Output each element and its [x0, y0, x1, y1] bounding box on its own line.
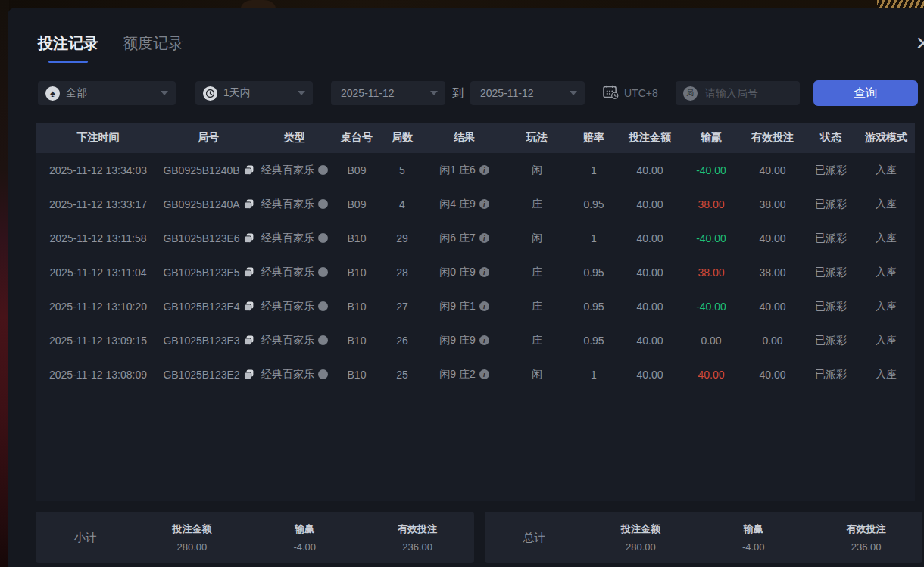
tab-bet-records[interactable]: 投注记录	[38, 33, 98, 63]
cell-odds: 0.95	[570, 289, 618, 323]
copy-icon[interactable]	[244, 267, 254, 277]
total-win: 输赢 -4.00	[697, 522, 810, 553]
cell-rounds: 25	[380, 357, 424, 391]
chevron-down-icon	[161, 91, 168, 95]
table-row: 2025-11-12 13:11:04GB1025B123E5经典百家乐B102…	[36, 255, 915, 289]
total-win-value: -4.00	[697, 541, 810, 553]
game-type-select[interactable]: ♠ 全部	[38, 81, 176, 105]
cell-table_no: B10	[333, 289, 380, 323]
cell-play: 闲	[504, 357, 570, 391]
subtotal-win: 输赢 -4.00	[248, 522, 361, 553]
cell-play: 闲	[504, 153, 570, 187]
subtotal-amount-label: 投注金额	[136, 522, 248, 536]
total-valid: 有效投注 236.00	[810, 522, 922, 553]
round-id-input[interactable]	[704, 86, 790, 100]
clock-icon	[203, 86, 217, 101]
column-header: 局数	[380, 123, 424, 153]
info-icon[interactable]: i	[479, 369, 489, 379]
cell-amount: 40.00	[618, 221, 682, 255]
tab-quota-records[interactable]: 额度记录	[123, 33, 183, 63]
round-id-field[interactable]: 局	[676, 81, 800, 105]
cell-round_id: GB1025B123E3	[161, 323, 256, 357]
timezone-label: UTC+8	[624, 87, 658, 99]
copy-icon[interactable]	[244, 199, 254, 209]
cell-amount: 40.00	[618, 357, 682, 391]
cell-round_id: GB1025B123E2	[161, 357, 256, 391]
info-icon[interactable]: i	[479, 301, 489, 311]
cell-time: 2025-11-12 13:10:20	[36, 289, 161, 323]
info-icon[interactable]: i	[479, 233, 489, 243]
cell-round_id: GB0925B1240B	[161, 153, 256, 187]
game-type-icon	[318, 335, 328, 345]
tab-bar: 投注记录 额度记录	[38, 33, 183, 63]
table-row: 2025-11-12 13:33:17GB0925B1240A经典百家乐B094…	[36, 187, 915, 221]
date-to-select[interactable]: 2025-11-12	[470, 81, 585, 105]
info-icon[interactable]: i	[479, 165, 489, 175]
game-type-icon	[318, 165, 328, 175]
cell-type: 经典百家乐	[256, 357, 333, 391]
table-row: 2025-11-12 13:10:20GB1025B123E4经典百家乐B102…	[36, 289, 915, 323]
cell-mode: 入座	[857, 187, 915, 221]
cell-mode: 入座	[857, 255, 915, 289]
subtotal-win-value: -4.00	[248, 541, 361, 553]
cell-status: 已派彩	[804, 153, 857, 187]
cell-type: 经典百家乐	[256, 221, 333, 255]
active-tab-underline	[48, 61, 88, 63]
column-header: 局号	[161, 123, 256, 153]
calendar-clock-icon	[603, 85, 619, 101]
subtotal-valid-value: 236.00	[361, 541, 474, 553]
bet-records-modal: ✕ 投注记录 额度记录 ♠ 全部 1天内 2025-11-12 到	[8, 8, 924, 567]
time-range-select[interactable]: 1天内	[195, 81, 313, 105]
copy-icon[interactable]	[244, 335, 254, 345]
column-header: 类型	[256, 123, 333, 153]
copy-icon[interactable]	[244, 233, 254, 243]
total-amount-value: 280.00	[585, 541, 698, 553]
total-valid-label: 有效投注	[810, 522, 922, 536]
copy-icon[interactable]	[244, 165, 254, 175]
round-number-icon: 局	[683, 86, 698, 101]
cell-round_id: GB1025B123E5	[161, 255, 256, 289]
cell-valid: 38.00	[741, 255, 804, 289]
cell-win: 38.00	[682, 255, 741, 289]
cell-odds: 0.95	[570, 255, 618, 289]
subtotal-valid: 有效投注 236.00	[361, 522, 474, 553]
cell-time: 2025-11-12 13:09:15	[36, 323, 161, 357]
info-icon[interactable]: i	[479, 335, 489, 345]
total-amount-label: 投注金额	[585, 522, 698, 536]
cell-table_no: B09	[333, 153, 380, 187]
date-from-select[interactable]: 2025-11-12	[331, 81, 445, 105]
bet-records-table: 下注时间局号类型桌台号局数结果玩法赔率投注金额输赢有效投注状态游戏模式 2025…	[36, 123, 915, 501]
info-icon[interactable]: i	[479, 199, 489, 209]
cell-round_id: GB1025B123E4	[161, 289, 256, 323]
game-type-icon	[318, 369, 328, 379]
tab-quota-records-label: 额度记录	[123, 35, 183, 51]
search-button[interactable]: 查询	[813, 80, 918, 106]
cell-odds: 1	[570, 221, 618, 255]
subtotal-amount-value: 280.00	[136, 541, 248, 553]
game-type-icon	[318, 301, 328, 311]
chevron-down-icon	[298, 91, 305, 95]
total-valid-value: 236.00	[810, 541, 922, 553]
date-to-value: 2025-11-12	[480, 87, 534, 99]
cell-status: 已派彩	[804, 323, 857, 357]
cell-type: 经典百家乐	[256, 323, 333, 357]
subtotal-label: 小计	[36, 531, 136, 545]
table-row: 2025-11-12 13:34:03GB0925B1240B经典百家乐B095…	[36, 153, 915, 187]
cell-valid: 38.00	[741, 187, 804, 221]
cell-table_no: B10	[333, 255, 380, 289]
total-bar: 总计 投注金额 280.00 输赢 -4.00 有效投注 236.00	[485, 512, 923, 563]
cell-rounds: 29	[380, 221, 424, 255]
cell-rounds: 27	[380, 289, 424, 323]
copy-icon[interactable]	[244, 301, 254, 311]
table-row: 2025-11-12 13:08:09GB1025B123E2经典百家乐B102…	[36, 357, 915, 391]
cell-amount: 40.00	[618, 289, 682, 323]
column-header: 状态	[804, 123, 857, 153]
close-icon[interactable]: ✕	[910, 32, 924, 55]
cell-rounds: 5	[380, 153, 424, 187]
info-icon[interactable]: i	[479, 267, 489, 277]
date-from-value: 2025-11-12	[341, 87, 395, 99]
filter-bar: ♠ 全部 1天内 2025-11-12 到 2025-11-12	[38, 80, 918, 106]
copy-icon[interactable]	[244, 369, 254, 379]
cell-type: 经典百家乐	[256, 187, 333, 221]
subtotal-win-label: 输赢	[248, 522, 361, 536]
